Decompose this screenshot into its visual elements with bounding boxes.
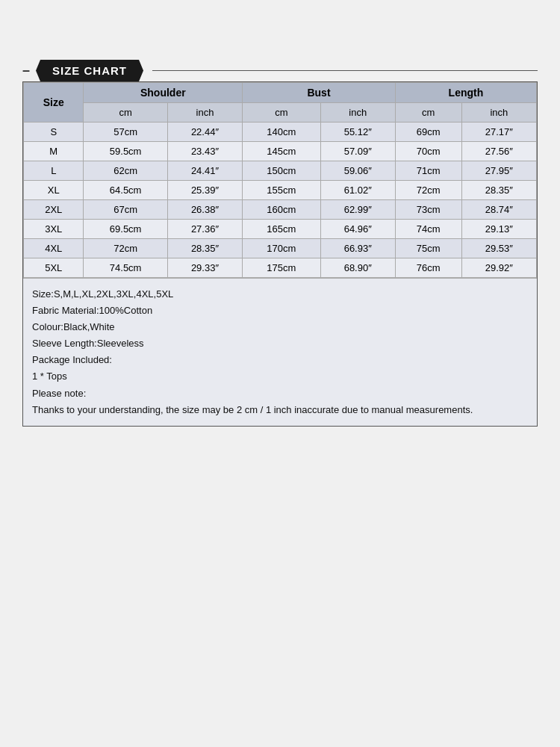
dash-left: –: [22, 63, 30, 78]
note-line: Fabric Material:100%Cotton: [32, 303, 528, 319]
notes-section: Size:S,M,L,XL,2XL,3XL,4XL,5XLFabric Mate…: [23, 278, 537, 426]
size-chart-table: Size Shoulder Bust Length cm inch cm inc…: [23, 82, 537, 278]
cell-bust-inch: 59.06″: [320, 161, 395, 181]
cell-bust-cm: 165cm: [243, 220, 320, 239]
cell-length-inch: 28.74″: [461, 200, 536, 220]
cell-bust-cm: 145cm: [243, 142, 320, 161]
table-row: 5XL 74.5cm 29.33″ 175cm 68.90″ 76cm 29.9…: [24, 258, 537, 278]
cell-size: 4XL: [24, 239, 84, 258]
header-line: [152, 70, 538, 71]
note-line: Sleeve Length:Sleeveless: [32, 335, 528, 352]
cell-bust-inch: 55.12″: [320, 123, 395, 142]
cell-shoulder-cm: 74.5cm: [84, 258, 167, 278]
subheader-length-inch: inch: [461, 103, 536, 123]
table-row: M 59.5cm 23.43″ 145cm 57.09″ 70cm 27.56″: [24, 142, 537, 161]
cell-shoulder-inch: 27.36″: [167, 220, 242, 239]
cell-size: L: [24, 161, 84, 181]
cell-bust-cm: 140cm: [243, 123, 320, 142]
cell-length-inch: 28.35″: [461, 181, 536, 200]
cell-length-inch: 29.53″: [461, 239, 536, 258]
cell-bust-inch: 64.96″: [320, 220, 395, 239]
col-length: Length: [395, 83, 536, 103]
cell-bust-cm: 160cm: [243, 200, 320, 220]
cell-length-inch: 29.92″: [461, 258, 536, 278]
cell-shoulder-inch: 25.39″: [167, 181, 242, 200]
cell-bust-inch: 57.09″: [320, 142, 395, 161]
cell-length-cm: 71cm: [395, 161, 461, 181]
cell-shoulder-cm: 72cm: [84, 239, 167, 258]
col-shoulder: Shoulder: [84, 83, 243, 103]
cell-bust-cm: 175cm: [243, 258, 320, 278]
note-line: Size:S,M,L,XL,2XL,3XL,4XL,5XL: [32, 286, 528, 303]
cell-length-cm: 69cm: [395, 123, 461, 142]
cell-bust-inch: 66.93″: [320, 239, 395, 258]
subheader-bust-inch: inch: [320, 103, 395, 123]
cell-size: 3XL: [24, 220, 84, 239]
table-header-row-2: cm inch cm inch cm inch: [24, 103, 537, 123]
cell-length-cm: 73cm: [395, 200, 461, 220]
size-chart-table-container: Size Shoulder Bust Length cm inch cm inc…: [22, 81, 538, 427]
cell-bust-cm: 155cm: [243, 181, 320, 200]
table-row: S 57cm 22.44″ 140cm 55.12″ 69cm 27.17″: [24, 123, 537, 142]
cell-shoulder-cm: 62cm: [84, 161, 167, 181]
cell-size: XL: [24, 181, 84, 200]
cell-size: S: [24, 123, 84, 142]
cell-bust-cm: 170cm: [243, 239, 320, 258]
cell-shoulder-cm: 59.5cm: [84, 142, 167, 161]
subheader-bust-cm: cm: [243, 103, 320, 123]
cell-shoulder-inch: 28.35″: [167, 239, 242, 258]
table-header-row-1: Size Shoulder Bust Length: [24, 83, 537, 103]
page-wrapper: – SIZE CHART Size Shoulder Bust Length c…: [22, 60, 538, 427]
cell-shoulder-cm: 64.5cm: [84, 181, 167, 200]
cell-bust-inch: 68.90″: [320, 258, 395, 278]
note-line: Please note:: [32, 385, 528, 402]
subheader-shoulder-inch: inch: [167, 103, 242, 123]
note-line: Package Included:: [32, 352, 528, 368]
cell-length-inch: 27.95″: [461, 161, 536, 181]
cell-length-cm: 70cm: [395, 142, 461, 161]
table-row: L 62cm 24.41″ 150cm 59.06″ 71cm 27.95″: [24, 161, 537, 181]
cell-size: M: [24, 142, 84, 161]
table-row: 3XL 69.5cm 27.36″ 165cm 64.96″ 74cm 29.1…: [24, 220, 537, 239]
cell-length-cm: 76cm: [395, 258, 461, 278]
note-line: Colour:Black,White: [32, 319, 528, 335]
col-bust: Bust: [243, 83, 396, 103]
cell-length-inch: 27.56″: [461, 142, 536, 161]
col-size: Size: [24, 83, 84, 123]
cell-shoulder-inch: 22.44″: [167, 123, 242, 142]
table-body: S 57cm 22.44″ 140cm 55.12″ 69cm 27.17″ M…: [24, 123, 537, 278]
subheader-shoulder-cm: cm: [84, 103, 167, 123]
table-row: XL 64.5cm 25.39″ 155cm 61.02″ 72cm 28.35…: [24, 181, 537, 200]
cell-shoulder-cm: 69.5cm: [84, 220, 167, 239]
note-line: Thanks to your understanding, the size m…: [32, 402, 528, 418]
table-row: 4XL 72cm 28.35″ 170cm 66.93″ 75cm 29.53″: [24, 239, 537, 258]
size-chart-header: – SIZE CHART: [22, 60, 538, 81]
cell-bust-inch: 62.99″: [320, 200, 395, 220]
cell-size: 2XL: [24, 200, 84, 220]
cell-shoulder-inch: 23.43″: [167, 142, 242, 161]
cell-shoulder-cm: 57cm: [84, 123, 167, 142]
subheader-length-cm: cm: [395, 103, 461, 123]
cell-length-cm: 75cm: [395, 239, 461, 258]
cell-size: 5XL: [24, 258, 84, 278]
cell-bust-cm: 150cm: [243, 161, 320, 181]
cell-length-cm: 72cm: [395, 181, 461, 200]
cell-length-cm: 74cm: [395, 220, 461, 239]
table-row: 2XL 67cm 26.38″ 160cm 62.99″ 73cm 28.74″: [24, 200, 537, 220]
cell-shoulder-inch: 29.33″: [167, 258, 242, 278]
cell-shoulder-cm: 67cm: [84, 200, 167, 220]
size-chart-badge: SIZE CHART: [36, 60, 143, 81]
note-line: 1 * Tops: [32, 368, 528, 385]
cell-length-inch: 27.17″: [461, 123, 536, 142]
cell-bust-inch: 61.02″: [320, 181, 395, 200]
cell-shoulder-inch: 24.41″: [167, 161, 242, 181]
cell-shoulder-inch: 26.38″: [167, 200, 242, 220]
cell-length-inch: 29.13″: [461, 220, 536, 239]
